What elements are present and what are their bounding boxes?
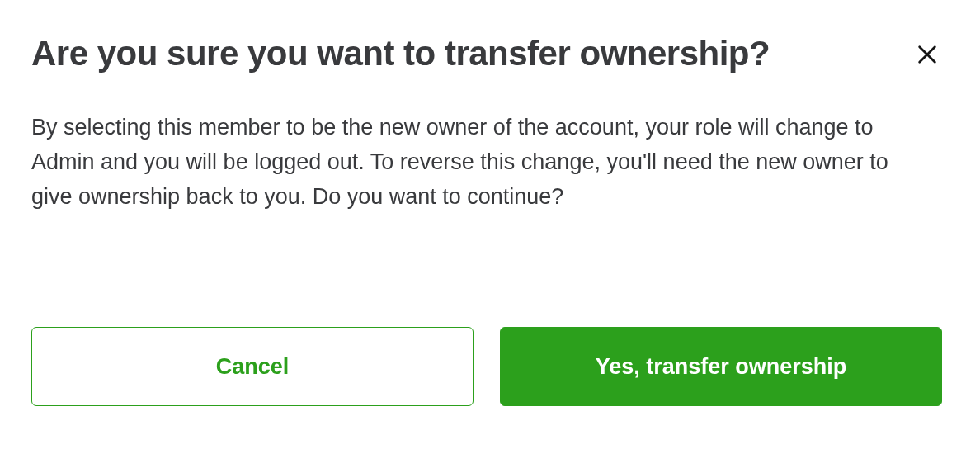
- dialog-header: Are you sure you want to transfer owners…: [31, 33, 949, 74]
- dialog-body-text: By selecting this member to be the new o…: [31, 111, 922, 215]
- confirm-transfer-button[interactable]: Yes, transfer ownership: [500, 327, 942, 406]
- dialog-title: Are you sure you want to transfer owners…: [31, 33, 770, 74]
- cancel-button-label: Cancel: [216, 354, 290, 380]
- confirm-button-label: Yes, transfer ownership: [596, 354, 847, 380]
- close-icon: [916, 43, 939, 69]
- close-button[interactable]: [911, 38, 944, 73]
- transfer-ownership-dialog: Are you sure you want to transfer owners…: [0, 0, 980, 248]
- dialog-actions: Cancel Yes, transfer ownership: [31, 327, 942, 406]
- cancel-button[interactable]: Cancel: [31, 327, 474, 406]
